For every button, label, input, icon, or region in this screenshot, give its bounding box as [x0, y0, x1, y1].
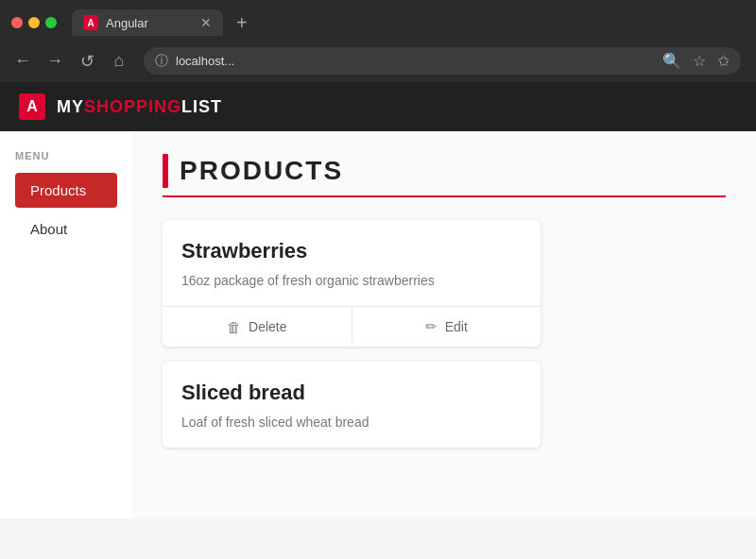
- app-body: MENU Products About PRODUCTS Strawberrie…: [0, 131, 756, 518]
- delete-label: Delete: [249, 319, 286, 334]
- product-description: Loaf of fresh sliced wheat bread: [181, 413, 522, 432]
- trash-icon: 🗑: [227, 319, 241, 335]
- url-text: localhost...: [176, 54, 655, 68]
- title-prefix: MY: [57, 97, 84, 116]
- sidebar: MENU Products About: [0, 131, 132, 518]
- product-description: 16oz package of fresh organic strawberri…: [181, 271, 522, 291]
- search-icon[interactable]: 🔍: [662, 52, 681, 70]
- edit-button[interactable]: ✏ Edit: [352, 307, 541, 347]
- sidebar-item-about[interactable]: About: [15, 212, 117, 246]
- app-header: A MYSHOPPINGLIST: [0, 82, 756, 131]
- delete-button[interactable]: 🗑 Delete: [163, 307, 352, 347]
- back-button[interactable]: ←: [11, 51, 34, 71]
- edit-label: Edit: [445, 319, 468, 334]
- sidebar-menu-label: MENU: [15, 150, 117, 161]
- tab-title: Angular: [106, 16, 148, 30]
- new-tab-button[interactable]: +: [231, 12, 253, 34]
- product-card-body: Strawberries 16oz package of fresh organ…: [163, 220, 541, 306]
- tab-angular-icon: A: [83, 15, 98, 30]
- product-card-actions: 🗑 Delete ✏ Edit: [163, 306, 541, 347]
- app-container: A MYSHOPPINGLIST MENU Products About PRO…: [0, 82, 756, 518]
- page-header: PRODUCTS: [163, 154, 726, 197]
- product-card: Strawberries 16oz package of fresh organ…: [163, 220, 541, 347]
- title-suffix: LIST: [181, 97, 222, 116]
- main-content: PRODUCTS Strawberries 16oz package of fr…: [132, 131, 756, 518]
- info-icon: ⓘ: [155, 53, 168, 70]
- browser-tab[interactable]: A Angular ✕: [72, 9, 223, 36]
- app-title: MYSHOPPINGLIST: [57, 97, 222, 117]
- close-traffic-light[interactable]: [11, 17, 23, 28]
- tab-close-button[interactable]: ✕: [200, 15, 212, 30]
- product-name: Sliced bread: [181, 381, 522, 405]
- reload-button[interactable]: ↺: [76, 51, 98, 72]
- forward-button[interactable]: →: [43, 51, 66, 71]
- angular-logo: A: [19, 93, 45, 120]
- product-card: Sliced bread Loaf of fresh sliced wheat …: [163, 362, 541, 448]
- sidebar-item-products[interactable]: Products: [15, 173, 117, 208]
- home-button[interactable]: ⌂: [108, 51, 130, 71]
- maximize-traffic-light[interactable]: [45, 17, 57, 28]
- address-bar[interactable]: ⓘ localhost... 🔍 ☆ ✩: [144, 47, 741, 75]
- bookmark-icon[interactable]: ☆: [693, 52, 706, 70]
- traffic-lights: [11, 17, 57, 28]
- page-title: PRODUCTS: [180, 156, 343, 186]
- address-bar-icons: 🔍 ☆ ✩: [662, 52, 730, 70]
- minimize-traffic-light[interactable]: [28, 17, 40, 28]
- browser-window: A Angular ✕ + ← → ↺ ⌂ ⓘ localhost... 🔍 ☆…: [0, 0, 756, 82]
- browser-titlebar: A Angular ✕ +: [0, 0, 756, 42]
- page-header-bar: [163, 154, 168, 188]
- product-name: Strawberries: [181, 239, 522, 263]
- product-card-body: Sliced bread Loaf of fresh sliced wheat …: [163, 362, 541, 448]
- browser-addressbar: ← → ↺ ⌂ ⓘ localhost... 🔍 ☆ ✩: [0, 42, 756, 82]
- edit-icon: ✏: [425, 318, 438, 335]
- bookmarks-icon[interactable]: ✩: [717, 52, 730, 70]
- title-highlight: SHOPPING: [84, 97, 181, 116]
